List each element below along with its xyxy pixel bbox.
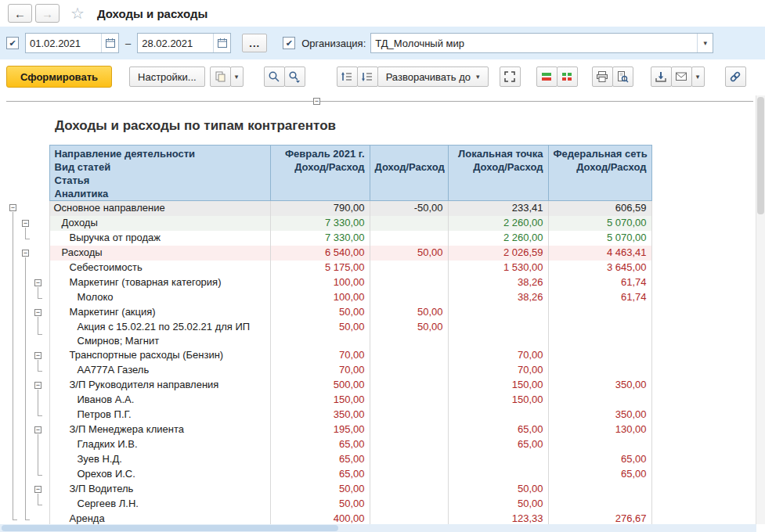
row-value[interactable] [370, 482, 448, 497]
report-variants-button[interactable] [210, 66, 231, 87]
vertical-scrollbar-thumb[interactable] [757, 97, 764, 214]
header-col-local-point[interactable]: Локальная точка Доход/Расход [448, 146, 548, 201]
row-value[interactable]: 130,00 [548, 422, 651, 437]
row-label[interactable]: З/П Руководителя направления [49, 378, 270, 393]
expand-to-button[interactable]: Разворачивать до ▾ [377, 66, 489, 87]
row-label[interactable]: Транспортные расходы (Бензин) [49, 348, 270, 363]
row-value[interactable]: 65,00 [448, 437, 548, 452]
row-value[interactable]: 65,00 [548, 452, 651, 467]
collapse-group-button[interactable]: − [34, 426, 41, 433]
row-value[interactable]: 2 260,00 [448, 216, 548, 231]
row-label[interactable]: Зуев Н.Д. [49, 452, 270, 467]
row-value[interactable]: 70,00 [448, 363, 548, 378]
row-value[interactable]: 61,74 [548, 290, 651, 305]
search-button[interactable] [264, 66, 285, 87]
row-value[interactable]: 65,00 [270, 452, 370, 467]
row-label[interactable]: З/П Менеджера клиента [49, 422, 270, 437]
row-value[interactable]: 38,26 [448, 290, 548, 305]
expand-groups-button[interactable] [357, 66, 378, 87]
row-label[interactable]: Доходы [49, 216, 270, 231]
generate-button[interactable]: Сформировать [6, 66, 112, 88]
row-value[interactable] [448, 320, 548, 348]
row-value[interactable]: 500,00 [270, 378, 370, 393]
fullscreen-button[interactable] [500, 66, 521, 87]
row-label[interactable]: Маркетинг (товарная категория) [49, 275, 270, 290]
forward-button[interactable]: → [35, 4, 60, 23]
collapse-group-button[interactable]: − [34, 279, 41, 286]
row-value[interactable] [548, 393, 651, 408]
email-menu-button[interactable]: ▾ [691, 66, 705, 87]
header-col-federal-network[interactable]: Федеральная сеть Доход/Расход [548, 146, 651, 201]
report-variants-menu-button[interactable]: ▾ [230, 66, 244, 87]
row-value[interactable] [548, 348, 651, 363]
row-value[interactable] [370, 437, 448, 452]
row-value[interactable]: -50,00 [370, 201, 448, 217]
calendar-icon[interactable] [213, 34, 230, 52]
row-value[interactable]: 6 540,00 [270, 246, 370, 261]
row-value[interactable] [548, 437, 651, 452]
row-value[interactable] [370, 231, 448, 246]
row-value[interactable] [370, 393, 448, 408]
collapse-group-button[interactable]: − [34, 309, 41, 316]
row-value[interactable]: 50,00 [370, 305, 448, 320]
row-value[interactable]: 65,00 [270, 437, 370, 452]
row-value[interactable]: 350,00 [548, 378, 651, 393]
row-value[interactable] [370, 422, 448, 437]
row-value[interactable]: 70,00 [270, 348, 370, 363]
row-label[interactable]: Маркетинг (акция) [49, 305, 270, 320]
horizontal-scrollbar[interactable] [0, 524, 756, 532]
row-label[interactable]: Иванов А.А. [49, 393, 270, 408]
row-value[interactable] [370, 512, 448, 524]
row-value[interactable]: 195,00 [270, 422, 370, 437]
row-value[interactable]: 350,00 [270, 408, 370, 422]
collapse-group-button[interactable]: − [9, 204, 16, 211]
period-to-input[interactable]: 28.02.2021 [137, 33, 231, 53]
search-next-button[interactable] [284, 66, 305, 87]
header-col-february[interactable]: Февраль 2021 г. Доход/Расход [270, 146, 370, 201]
calendar-icon[interactable] [101, 34, 118, 52]
row-value[interactable]: 5 175,00 [270, 261, 370, 275]
row-value[interactable] [370, 408, 448, 422]
settings-button[interactable]: Настройки... [129, 66, 205, 87]
row-value[interactable]: 50,00 [370, 320, 448, 348]
row-value[interactable] [370, 275, 448, 290]
period-checkbox[interactable]: ✔ [6, 37, 19, 49]
chevron-down-icon[interactable]: ▾ [697, 34, 713, 52]
row-value[interactable]: 400,00 [270, 512, 370, 524]
row-label[interactable]: Основное направление [49, 201, 270, 217]
collapse-group-button[interactable]: − [34, 352, 41, 359]
row-value[interactable] [370, 216, 448, 231]
row-value[interactable]: 790,00 [270, 201, 370, 217]
row-value[interactable] [548, 482, 651, 497]
period-from-input[interactable]: 01.02.2021 [25, 33, 119, 53]
period-more-button[interactable]: ... [242, 34, 267, 52]
org-combo[interactable]: ТД_Молочный мир ▾ [370, 33, 713, 53]
row-value[interactable]: 100,00 [270, 290, 370, 305]
collapse-group-button[interactable]: − [22, 220, 29, 227]
row-value[interactable] [370, 348, 448, 363]
row-value[interactable]: 50,00 [270, 320, 370, 348]
print-button[interactable] [592, 66, 613, 87]
row-value[interactable] [448, 452, 548, 467]
row-value[interactable]: 2 260,00 [448, 231, 548, 246]
row-value[interactable]: 150,00 [448, 393, 548, 408]
row-label[interactable]: Расходы [49, 246, 270, 261]
collapse-groups-button[interactable] [337, 66, 358, 87]
row-value[interactable]: 123,33 [448, 512, 548, 524]
row-label[interactable]: Акция с 15.02.21 по 25.02.21 для ИПСмирн… [49, 320, 270, 348]
row-value[interactable]: 150,00 [448, 378, 548, 393]
row-value[interactable]: 7 330,00 [270, 216, 370, 231]
row-value[interactable]: 1 530,00 [448, 261, 548, 275]
row-value[interactable]: 50,00 [270, 305, 370, 320]
row-value[interactable]: 7 330,00 [270, 231, 370, 246]
print-preview-button[interactable] [612, 66, 633, 87]
row-label[interactable]: Себестоимость [49, 261, 270, 275]
row-value[interactable]: 100,00 [270, 275, 370, 290]
favorite-star-icon[interactable]: ☆ [70, 5, 85, 21]
row-label[interactable]: З/П Водитель [49, 482, 270, 497]
row-value[interactable]: 38,26 [448, 275, 548, 290]
row-value[interactable]: 4 463,41 [548, 246, 651, 261]
header-col-income-expense[interactable]: Доход/Расход [370, 146, 448, 201]
row-label[interactable]: Сергеев Л.Н. [49, 497, 270, 512]
collapse-columns-button[interactable]: − [313, 98, 320, 105]
